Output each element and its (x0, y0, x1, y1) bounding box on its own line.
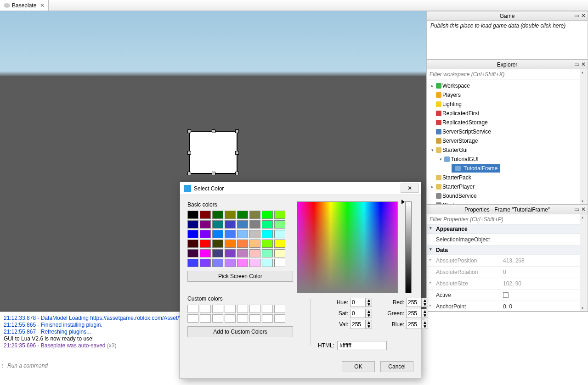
basic-color-swatch[interactable] (262, 211, 273, 219)
basic-color-swatch[interactable] (274, 220, 285, 229)
basic-color-swatch[interactable] (225, 220, 236, 229)
green-input[interactable] (406, 309, 422, 318)
scrollbar-v[interactable] (580, 214, 588, 311)
explorer-tree[interactable]: ▸WorkspacePlayersLightingReplicatedFirst… (427, 79, 588, 204)
tree-item-chat[interactable]: Chat (427, 201, 588, 204)
custom-color-slot[interactable] (249, 314, 260, 323)
restore-icon[interactable]: ▭ (574, 61, 580, 67)
ok-button[interactable]: OK (342, 361, 375, 372)
basic-color-swatch[interactable] (274, 211, 285, 219)
prop-group[interactable]: Appearance (427, 224, 588, 234)
restore-icon[interactable]: ▭ (574, 12, 580, 19)
add-to-custom-button[interactable]: Add to Custom Colors (187, 326, 293, 337)
game-message[interactable]: Publish this place to load game data (do… (427, 21, 588, 59)
basic-color-swatch[interactable] (187, 240, 198, 248)
basic-color-swatch[interactable] (262, 230, 273, 238)
custom-color-slot[interactable] (274, 305, 285, 313)
spinner-icon[interactable]: ▴▾ (422, 309, 428, 318)
basic-color-swatch[interactable] (274, 249, 285, 257)
val-input[interactable] (350, 320, 366, 329)
tree-item-starterplayer[interactable]: ▸StarterPlayer (427, 182, 588, 191)
basic-color-swatch[interactable] (225, 211, 236, 219)
basic-color-swatch[interactable] (237, 220, 248, 229)
scrollbar-v[interactable] (580, 69, 588, 204)
basic-color-swatch[interactable] (274, 230, 285, 238)
tree-item-replicatedfirst[interactable]: ReplicatedFirst (427, 109, 588, 118)
basic-color-swatch[interactable] (200, 211, 211, 219)
cancel-button[interactable]: Cancel (380, 361, 413, 372)
custom-color-slot[interactable] (187, 305, 198, 313)
sat-input[interactable] (350, 309, 366, 318)
restore-icon[interactable]: ▭ (574, 206, 580, 212)
prop-AbsoluteRotation[interactable]: AbsoluteRotation0 (427, 267, 588, 278)
custom-color-slot[interactable] (249, 305, 260, 313)
basic-color-swatch[interactable] (274, 259, 285, 267)
basic-color-swatch[interactable] (237, 240, 248, 248)
basic-color-swatch[interactable] (249, 220, 260, 229)
basic-color-swatch[interactable] (274, 240, 285, 248)
properties-grid[interactable]: AppearanceSelectionImageObjectDataAbsolu… (427, 224, 588, 311)
tree-item-players[interactable]: Players (427, 90, 588, 100)
properties-filter-input[interactable] (427, 214, 588, 224)
html-input[interactable] (337, 341, 387, 350)
tab-baseplate[interactable]: Baseplate ✕ (0, 0, 49, 11)
hue-sat-picker[interactable] (297, 201, 398, 293)
custom-color-slot[interactable] (274, 314, 285, 323)
basic-color-swatch[interactable] (187, 220, 198, 229)
tree-item-starterpack[interactable]: StarterPack (427, 173, 588, 182)
basic-color-swatch[interactable] (200, 259, 211, 267)
tree-item-replicatedstorage[interactable]: ReplicatedStorage (427, 118, 588, 127)
basic-color-swatch[interactable] (187, 249, 198, 257)
custom-color-slot[interactable] (200, 305, 211, 313)
basic-color-swatch[interactable] (237, 230, 248, 238)
custom-color-slot[interactable] (262, 314, 273, 323)
close-button[interactable]: ✕ (401, 184, 419, 193)
prop-AbsoluteSize[interactable]: AbsoluteSize102, 90 (427, 278, 588, 290)
spinner-icon[interactable]: ▴▾ (366, 309, 372, 318)
basic-color-swatch[interactable] (249, 259, 260, 267)
basic-color-swatch[interactable] (249, 211, 260, 219)
basic-color-swatch[interactable] (262, 259, 273, 267)
spinner-icon[interactable]: ▴▾ (366, 320, 372, 329)
tree-item-lighting[interactable]: Lighting (427, 100, 588, 109)
close-icon[interactable]: ✕ (40, 2, 45, 9)
close-icon[interactable]: ✕ (581, 206, 586, 212)
basic-color-swatch[interactable] (187, 211, 198, 219)
prop-SelectionImageObject[interactable]: SelectionImageObject (427, 234, 588, 246)
tree-item-workspace[interactable]: ▸Workspace (427, 81, 588, 90)
basic-color-swatch[interactable] (212, 259, 223, 267)
basic-color-swatch[interactable] (237, 211, 248, 219)
spinner-icon[interactable]: ▴▾ (366, 298, 372, 307)
basic-color-swatch[interactable] (249, 240, 260, 248)
basic-color-swatch[interactable] (212, 220, 223, 229)
tree-item-tutorialgui[interactable]: ▾TutorialGUI (427, 155, 588, 164)
pick-screen-color-button[interactable]: Pick Screen Color (187, 271, 293, 282)
basic-colors-grid[interactable] (187, 211, 293, 267)
tree-item-soundservice[interactable]: SoundService (427, 191, 588, 201)
value-slider-handle[interactable] (401, 200, 405, 204)
red-input[interactable] (406, 298, 422, 307)
basic-color-swatch[interactable] (200, 230, 211, 238)
custom-color-slot[interactable] (237, 305, 248, 313)
custom-colors-grid[interactable] (187, 305, 293, 323)
basic-color-swatch[interactable] (262, 240, 273, 248)
basic-color-swatch[interactable] (262, 220, 273, 229)
custom-color-slot[interactable] (262, 305, 273, 313)
tree-item-tutorialframe[interactable]: TutorialFrame (427, 164, 588, 173)
basic-color-swatch[interactable] (187, 259, 198, 267)
basic-color-swatch[interactable] (249, 230, 260, 238)
basic-color-swatch[interactable] (212, 230, 223, 238)
basic-color-swatch[interactable] (200, 220, 211, 229)
basic-color-swatch[interactable] (225, 259, 236, 267)
spinner-icon[interactable]: ▴▾ (422, 298, 428, 307)
blue-input[interactable] (406, 320, 422, 329)
basic-color-swatch[interactable] (187, 230, 198, 238)
value-slider[interactable] (405, 201, 412, 293)
prop-group[interactable]: Data (427, 246, 588, 255)
custom-color-slot[interactable] (212, 314, 223, 323)
basic-color-swatch[interactable] (225, 240, 236, 248)
explorer-filter-input[interactable] (427, 69, 588, 79)
dialog-titlebar[interactable]: Select Color ✕ (180, 182, 421, 195)
tree-item-startergui[interactable]: ▾StarterGui (427, 145, 588, 155)
custom-color-slot[interactable] (187, 314, 198, 323)
